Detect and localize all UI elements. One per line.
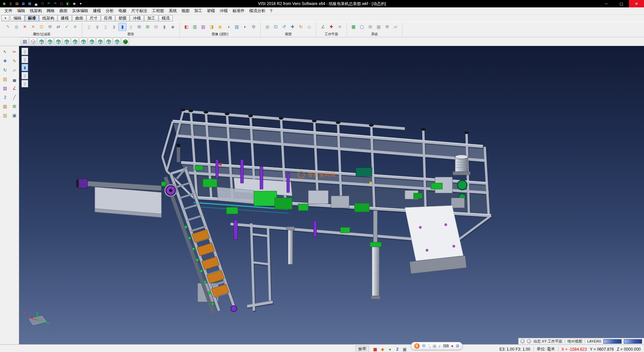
gfx-shaded[interactable]: ▮ (93, 23, 101, 31)
tray-app-red[interactable]: ▦ (372, 346, 378, 352)
attr-gear[interactable]: ⚙ (46, 23, 54, 31)
menu-item-4[interactable]: 网格 (44, 7, 57, 14)
sb-layers[interactable]: ▤ (1, 75, 9, 83)
viewbar-menu[interactable] (21, 38, 29, 45)
menu-item-14[interactable]: 加工 (192, 7, 205, 14)
cube-icon[interactable]: ◧ (65, 1, 71, 6)
menu-item-6[interactable]: 实体编辑 (70, 7, 91, 14)
attr-search[interactable]: ◎ (12, 23, 20, 31)
sys-grid[interactable]: ▩ (375, 23, 383, 31)
tab-4[interactable]: 建模 (58, 15, 72, 21)
sb-select[interactable]: ↖ (1, 48, 9, 56)
menu-item-7[interactable]: 建模 (91, 7, 103, 14)
view-left[interactable] (71, 38, 79, 45)
new-file-icon[interactable]: ▯ (8, 1, 13, 6)
attr-brush[interactable]: ✎ (4, 23, 12, 31)
tab-dropdown-button[interactable]: ▼ (1, 15, 9, 21)
attr-list[interactable]: ≡ (71, 23, 79, 31)
tab-8[interactable]: 塑膜 (115, 15, 129, 21)
sb-measure[interactable]: ∠ (10, 84, 18, 92)
tray-app-flame[interactable]: ◆ (379, 346, 386, 352)
view-rotate[interactable]: ↻ (297, 23, 305, 31)
img-shadow[interactable]: ◑ (224, 23, 232, 31)
redo-icon[interactable]: ↷ (52, 1, 58, 6)
attr-apply[interactable]: ✓ (63, 23, 71, 31)
tab-7[interactable]: 应用 (101, 15, 115, 21)
lock-toggle[interactable]: 拴牢 (356, 346, 369, 352)
save-icon[interactable]: ▦ (20, 1, 26, 6)
qat-dropdown-icon[interactable]: ▾ (78, 1, 84, 6)
img-material[interactable]: ◨ (208, 23, 216, 31)
print-icon[interactable]: ▄ (33, 1, 39, 6)
view-front[interactable] (54, 38, 62, 45)
view-mode-label[interactable]: 绝对视图 (568, 339, 582, 344)
view-iso-se[interactable] (105, 38, 112, 45)
attr-filter-clear[interactable]: ✕ (29, 23, 37, 31)
ime-logo-icon[interactable]: S (414, 343, 420, 349)
attr-box-filter[interactable]: ⊡ (38, 23, 46, 31)
menu-item-13[interactable]: 视图 (179, 7, 192, 14)
sb-rotate[interactable]: ↻ (1, 66, 9, 74)
view-right[interactable] (79, 38, 87, 45)
select-filter-2[interactable]: ▯ (21, 56, 28, 63)
sb-chart[interactable]: ▥ (1, 111, 9, 119)
close-button[interactable]: ✕ (629, 0, 644, 7)
img-capture[interactable]: ◧ (182, 23, 191, 31)
menu-item-15[interactable]: 塑模 (205, 7, 217, 14)
workplane-dynamic[interactable]: ✚ (327, 23, 335, 31)
img-texture[interactable]: ▥ (191, 23, 199, 31)
save-all-icon[interactable]: ▩ (27, 1, 33, 6)
camera-icon[interactable]: ◉ (71, 1, 77, 6)
menu-item-8[interactable]: 分析 (103, 7, 116, 14)
attr-swap[interactable]: ⇄ (54, 23, 62, 31)
menu-item-19[interactable]: ? (268, 8, 275, 14)
open-file-icon[interactable]: ▤ (14, 1, 20, 6)
view-zoom-all[interactable]: ◎ (263, 23, 271, 31)
gfx-diamond[interactable]: ◆ (169, 23, 177, 31)
img-render[interactable]: ◐ (241, 23, 249, 31)
menu-item-9[interactable]: 电极 (116, 7, 129, 14)
ime-grid[interactable]: ⊞ (456, 344, 459, 348)
view-pan[interactable]: ✚ (288, 23, 297, 31)
gfx-ghost[interactable]: ▯ (127, 23, 135, 31)
app-icon[interactable]: ▣ (1, 1, 7, 6)
sb-palette[interactable]: ▨ (1, 84, 9, 92)
tab-11[interactable]: 模流 (159, 15, 173, 21)
gfx-dynamic[interactable]: ▮ (118, 23, 126, 31)
undo-icon[interactable]: ↶ (46, 1, 52, 6)
workplane-toggle-icon[interactable] (527, 339, 531, 343)
menu-item-3[interactable]: 线架构 (28, 7, 44, 14)
view-iso-ne[interactable] (88, 38, 96, 45)
view-zoom-window[interactable]: ⊡ (272, 23, 280, 31)
tab-2[interactable]: 标准 (25, 15, 39, 21)
menu-item-11[interactable]: 工程图 (150, 7, 166, 14)
img-environment[interactable]: ▨ (233, 23, 241, 31)
select-filter-3[interactable]: ▮ (21, 64, 28, 71)
workplane-standard[interactable]: ∠ (319, 23, 327, 31)
preview-icon[interactable]: □ (40, 1, 45, 6)
sb-modify[interactable]: ▱ (10, 66, 18, 74)
tab-10[interactable]: 加工 (144, 15, 158, 21)
tab-1[interactable]: 编辑 (10, 15, 24, 21)
gfx-wireframe[interactable]: ▯ (85, 23, 93, 31)
select-filter-1[interactable]: ▯ (21, 48, 28, 55)
gfx-cylinder[interactable]: ▮ (160, 23, 168, 31)
tray-app-2[interactable]: 2 (394, 346, 400, 352)
view-top[interactable] (38, 38, 45, 45)
tab-6[interactable]: 尺寸 (87, 15, 101, 21)
viewport-3d[interactable]: ▯▯▮▯▯ 智造资料网 x 动态 XY 工作平面 绝对视图 LAYER0 (19, 46, 644, 344)
sb-snap[interactable]: ✚ (1, 57, 9, 65)
view-bottom[interactable] (46, 38, 54, 45)
sb-fill[interactable]: ▧ (1, 102, 9, 110)
tab-5[interactable]: 曲面 (72, 15, 86, 21)
view-perspective[interactable]: ◇ (305, 23, 313, 31)
attr-delete[interactable]: ✕ (21, 23, 29, 31)
menu-item-10[interactable]: 尺寸标注 (129, 7, 150, 14)
img-layers[interactable]: ▧ (199, 23, 207, 31)
gfx-hidden-line[interactable]: ▯ (102, 23, 110, 31)
snap-toggle-icon[interactable] (521, 339, 525, 343)
view-shaded-iso[interactable] (121, 38, 129, 45)
img-light[interactable]: ◉ (216, 23, 224, 31)
view-back[interactable] (63, 38, 70, 45)
menu-item-12[interactable]: 系统 (166, 7, 179, 14)
